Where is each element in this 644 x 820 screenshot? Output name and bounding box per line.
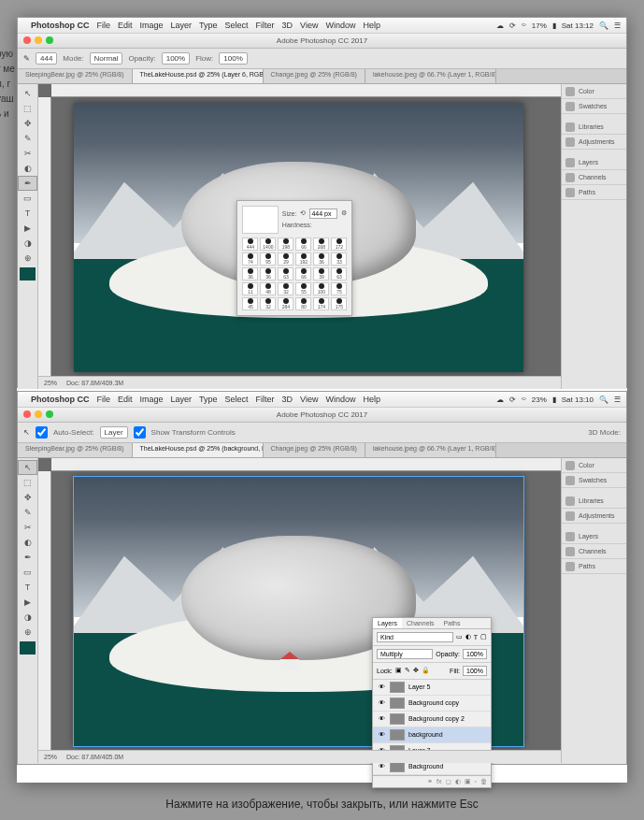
spotlight-icon[interactable]: 🔍 [599,22,608,30]
canvas-area[interactable]: Layers Channels Paths Kind ▭ ◐ T ▢ Multi… [38,458,561,763]
brush-preset[interactable]: 55 [295,282,311,295]
layer-mask-icon[interactable]: ◻ [446,778,451,785]
spotlight-icon[interactable]: 🔍 [599,396,608,404]
lock-icon[interactable]: 🔒 [422,667,430,674]
menu-edit[interactable]: Edit [118,21,133,30]
doc-tab[interactable]: Change.jpeg @ 25% (RGB/8) [264,443,365,457]
menu-edit[interactable]: Edit [118,395,133,404]
brush-preset[interactable]: 63 [278,267,293,281]
visibility-icon[interactable]: 👁 [377,683,386,690]
brush-preset[interactable]: 444 [242,237,258,251]
menu-window[interactable]: Window [325,21,355,30]
blend-mode-select[interactable]: Normal [90,52,123,65]
lock-icon[interactable]: ✥ [413,667,419,674]
tab-channels[interactable]: Channels [402,618,439,628]
eyedropper-tool-icon[interactable]: ✂ [18,520,37,535]
filter-icon[interactable]: T [474,634,478,640]
menu-view[interactable]: View [300,21,318,30]
doc-tab[interactable]: TheLakeHouse.psd @ 25% (Layer 6, RGB/8) … [133,69,264,83]
tab-layers[interactable]: Layers [373,618,402,628]
brush-preset[interactable]: 36 [242,267,258,281]
menu-help[interactable]: Help [363,395,380,404]
layer-fill-input[interactable]: 100% [463,666,487,676]
panel-layers[interactable]: Layers [562,155,626,170]
brush-preset[interactable]: 32 [260,297,276,310]
zoom-tool-icon[interactable]: ⊕ [18,625,37,640]
panel-channels[interactable]: Channels [562,170,626,185]
filter-icon[interactable]: ▭ [456,633,463,640]
show-transform-checkbox[interactable] [134,426,146,439]
menu-file[interactable]: File [97,395,111,404]
canvas-area[interactable]: Size: ⟲ ⚙ Hardness: 44414001986626817274… [38,84,561,389]
type-tool-icon[interactable]: T [18,206,37,221]
brush-preset[interactable]: 80 [295,297,311,310]
brush-preset[interactable]: 11 [242,282,258,295]
brush-preset[interactable]: 66 [295,267,311,281]
visibility-icon[interactable]: 👁 [377,715,386,722]
brush-preset[interactable]: 284 [278,297,293,310]
panel-swatches[interactable]: Swatches [562,473,626,488]
brush-preset[interactable]: 39 [313,267,329,281]
brush-preset[interactable]: 48 [260,282,276,295]
link-layers-icon[interactable]: ⚭ [427,778,433,785]
visibility-icon[interactable]: 👁 [377,731,386,738]
foreground-color[interactable] [20,267,36,281]
layer-opacity-input[interactable]: 100% [463,649,487,659]
shape-tool-icon[interactable]: ▭ [18,565,37,580]
close-icon[interactable] [23,410,31,418]
panel-libraries[interactable]: Libraries [562,494,626,509]
panel-layers[interactable]: Layers [562,529,626,544]
menu-layer[interactable]: Layer [171,21,193,30]
brush-preset[interactable]: 268 [313,237,329,251]
brush-preset[interactable]: 175 [331,297,347,310]
menu-window[interactable]: Window [325,395,355,404]
notification-icon[interactable]: ☰ [614,396,621,404]
zoom-readout[interactable]: 25% [44,754,57,760]
visibility-icon[interactable]: 👁 [377,763,386,770]
app-name[interactable]: Photoshop CC [31,21,90,30]
brush-size-preset[interactable]: 444 [36,52,57,65]
minimize-icon[interactable] [35,410,42,418]
layer-row[interactable]: 👁Background copy 2 [373,712,491,727]
doc-tab[interactable]: Change.jpeg @ 25% (RGB/8) [264,69,365,83]
brush-tool-icon[interactable]: ✒ [18,550,37,565]
new-layer-icon[interactable]: ▫ [475,778,477,785]
brush-preset[interactable]: 192 [295,252,311,266]
visibility-icon[interactable]: 👁 [377,699,386,706]
zoom-tool-icon[interactable]: ⊕ [18,251,37,266]
brush-preset[interactable]: 33 [331,252,347,266]
foreground-color[interactable] [20,641,36,655]
menu-type[interactable]: Type [199,21,218,30]
panel-adjustments[interactable]: Adjustments [562,509,626,524]
layer-row[interactable]: 👁Layer 5 [373,680,491,696]
move-tool-icon[interactable]: ↖ [18,86,37,101]
close-icon[interactable] [23,36,31,44]
doc-tab[interactable]: lakehouse.jpeg @ 66.7% (Layer 1, RGB/8) … [365,443,496,457]
menu-3d[interactable]: 3D [282,21,293,30]
panel-adjustments[interactable]: Adjustments [562,135,626,150]
group-icon[interactable]: ▣ [465,778,471,785]
minimize-icon[interactable] [35,36,42,44]
tab-paths[interactable]: Paths [439,618,465,628]
type-tool-icon[interactable]: T [18,580,37,595]
trash-icon[interactable]: 🗑 [480,778,487,785]
menu-filter[interactable]: Filter [256,395,275,404]
eyedropper-tool-icon[interactable]: ✂ [18,146,37,161]
brush-preset[interactable]: 36 [260,267,276,281]
healing-tool-icon[interactable]: ◐ [18,535,37,550]
zoom-readout[interactable]: 25% [44,380,57,386]
zoom-icon[interactable] [46,36,53,44]
zoom-icon[interactable] [46,410,53,418]
layer-row[interactable]: 👁Background copy [373,696,491,712]
brush-preset[interactable]: 32 [278,282,293,295]
auto-select-checkbox[interactable] [36,426,48,439]
lock-icon[interactable]: ✎ [405,667,410,674]
lasso-tool-icon[interactable]: ✥ [18,116,37,131]
brush-preset[interactable]: 66 [295,237,311,251]
brush-preset[interactable]: 198 [278,237,293,251]
panel-paths[interactable]: Paths [562,185,626,200]
filter-icon[interactable]: ◐ [465,633,471,640]
brush-preset[interactable]: 1400 [260,237,276,251]
brush-preset[interactable]: 95 [260,252,276,266]
marquee-tool-icon[interactable]: ⬚ [18,475,37,490]
